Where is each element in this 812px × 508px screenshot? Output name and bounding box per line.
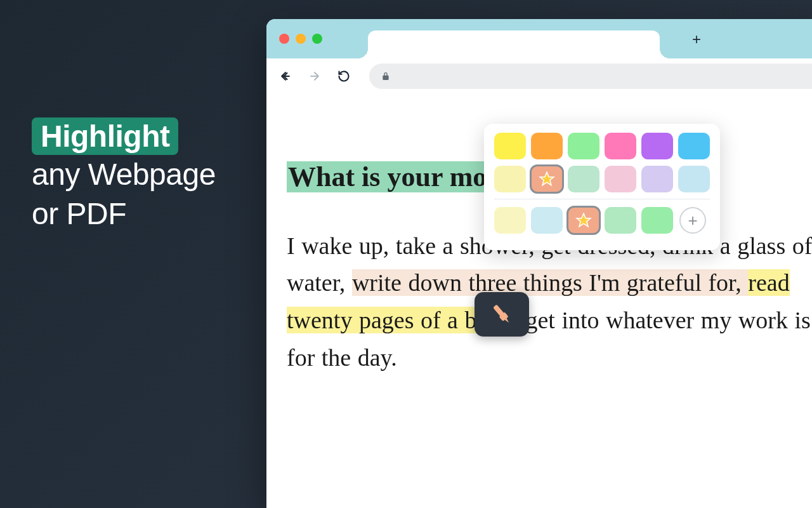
highlighter-button[interactable] [475,292,529,337]
promo-highlight-word: Highlight [32,117,178,155]
color-swatch-orange[interactable] [531,133,563,159]
color-swatch-light-yellow[interactable] [494,207,526,234]
color-swatch-star-peach-2[interactable] [568,207,599,234]
maximize-window-button[interactable] [312,34,322,44]
svg-marker-1 [540,172,554,185]
browser-window: + What is your morning routine? I wake u… [266,19,812,508]
color-swatch-pink[interactable] [605,133,636,159]
color-swatch-yellow[interactable] [494,133,526,159]
color-row-1 [494,133,710,159]
color-swatch-pastel-purple[interactable] [641,166,673,192]
promo-line-1: any Webpage [32,155,216,194]
color-picker-popup: + [484,124,720,250]
active-tab[interactable] [368,30,660,58]
color-swatch-star-peach[interactable] [531,166,563,192]
browser-tab-bar: + [266,19,812,58]
close-window-button[interactable] [279,34,289,44]
color-swatch-pastel-yellow[interactable] [494,166,526,192]
color-swatch-light-blue[interactable] [531,207,563,234]
color-swatch-pastel-pink[interactable] [605,166,636,192]
highlight-peach[interactable]: write down three things I'm grateful for… [352,269,748,296]
back-button[interactable] [277,67,294,85]
forward-button[interactable] [306,67,324,85]
color-swatch-pastel-green[interactable] [568,166,599,192]
window-controls [279,34,322,44]
add-color-button[interactable]: + [679,207,706,234]
reload-button[interactable] [335,67,353,85]
svg-marker-2 [577,213,591,227]
minimize-window-button[interactable] [296,34,306,44]
browser-toolbar [266,58,812,94]
lock-icon [381,71,391,81]
color-swatch-pastel-blue[interactable] [678,166,710,192]
highlighter-icon [487,300,516,329]
color-swatch-light-green1[interactable] [605,207,636,234]
color-row-3: + [494,207,710,234]
color-swatch-light-green2[interactable] [641,207,673,234]
picker-divider [494,199,710,199]
new-tab-button[interactable]: + [689,32,704,47]
color-row-2 [494,166,710,192]
color-swatch-purple[interactable] [641,133,673,159]
promo-line-2: or PDF [32,194,216,234]
color-swatch-green[interactable] [568,133,599,159]
address-bar[interactable] [369,64,812,89]
color-swatch-blue[interactable] [678,133,710,159]
promo-headline: Highlight any Webpage or PDF [32,117,216,234]
